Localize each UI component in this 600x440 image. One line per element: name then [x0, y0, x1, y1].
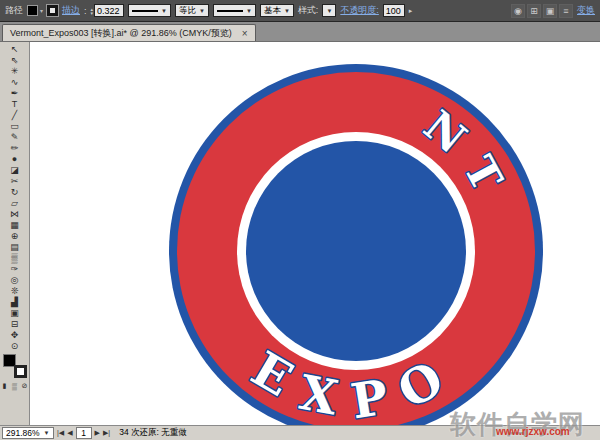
last-artboard-button[interactable]: ▶|	[103, 429, 110, 437]
next-artboard-button[interactable]: ▶	[95, 429, 100, 437]
toolbar-stroke-swatch[interactable]	[14, 365, 27, 378]
document-tab[interactable]: Vermont_Expos003 [转换].ai* @ 291.86% (CMY…	[2, 24, 256, 41]
status-message: 34 次还原: 无重做	[119, 427, 187, 439]
style-dropdown[interactable]: ▼	[322, 4, 336, 17]
gradient-tool[interactable]: ▒	[2, 252, 28, 263]
expo-logo-artwork[interactable]: NT EXPO	[166, 61, 546, 425]
canvas[interactable]: NT EXPO	[30, 42, 600, 425]
artboard-tool[interactable]: ▣	[2, 307, 28, 318]
isolate-mode-icon[interactable]: ▣	[543, 4, 557, 18]
opacity-flyout-icon[interactable]: ▸	[409, 7, 413, 15]
brush-definition-dropdown[interactable]: 基本 ▼	[260, 4, 294, 17]
chevron-down-icon: ▼	[246, 8, 252, 14]
opacity-value-field[interactable]: 100	[383, 4, 405, 17]
direct-selection-tool[interactable]: ⇖	[2, 54, 28, 65]
stroke-color-swatch[interactable]	[47, 5, 58, 16]
chevron-down-icon: ▼	[284, 8, 290, 14]
zoom-level-dropdown[interactable]: 291.86% ▼	[2, 427, 54, 439]
shape-builder-tool[interactable]: ⊕	[2, 230, 28, 241]
document-tab-title: Vermont_Expos003 [转换].ai* @ 291.86% (CMY…	[10, 27, 232, 40]
rotate-tool[interactable]: ↻	[2, 186, 28, 197]
width-profile-dropdown[interactable]: 等比 ▼	[175, 4, 209, 17]
stroke-colon: :	[84, 6, 87, 16]
stroke-panel-link[interactable]: 描边	[62, 4, 80, 17]
scale-tool[interactable]: ▱	[2, 197, 28, 208]
tools-panel: ↖⇖✳∿✒T╱▭✎✏●◪✂↻▱⋈▦⊕▤▒✑◎❊▟▣⊟✥⊙ ▮▒⊘	[0, 42, 30, 425]
column-graph-tool[interactable]: ▟	[2, 296, 28, 307]
lasso-tool[interactable]: ∿	[2, 76, 28, 87]
document-tab-bar: Vermont_Expos003 [转换].ai* @ 291.86% (CMY…	[0, 22, 600, 42]
scissors-tool[interactable]: ✂	[2, 175, 28, 186]
main-region: ↖⇖✳∿✒T╱▭✎✏●◪✂↻▱⋈▦⊕▤▒✑◎❊▟▣⊟✥⊙ ▮▒⊘ NT	[0, 42, 600, 425]
recolor-artwork-icon[interactable]: ◉	[511, 4, 525, 18]
symbol-sprayer-tool[interactable]: ❊	[2, 285, 28, 296]
slice-tool[interactable]: ⊟	[2, 318, 28, 329]
chevron-down-icon: ▼	[44, 430, 50, 436]
mesh-tool[interactable]: ▤	[2, 241, 28, 252]
blend-tool[interactable]: ◎	[2, 274, 28, 285]
opacity-link[interactable]: 不透明度:	[340, 4, 379, 17]
magic-wand-tool[interactable]: ✳	[2, 65, 28, 76]
gradient-button[interactable]: ▒	[10, 381, 19, 391]
stroke-style-dropdown[interactable]: ▼	[128, 4, 171, 17]
close-icon[interactable]: ×	[242, 28, 248, 39]
fill-stroke-indicator[interactable]	[3, 354, 27, 378]
selection-tool[interactable]: ↖	[2, 43, 28, 54]
chevron-down-icon: ▼	[199, 8, 205, 14]
fill-swatch-caret-icon: ▾	[40, 7, 43, 14]
selection-type-label: 路径	[5, 4, 23, 17]
stepper-arrows-icon[interactable]: ▴▾	[91, 7, 94, 15]
panel-menu-icon[interactable]: ≡	[559, 4, 573, 18]
zoom-level-value: 291.86%	[6, 428, 40, 438]
status-bar: 291.86% ▼ |◀ ◀ 1 ▶ ▶| 34 次还原: 无重做	[0, 425, 600, 440]
eyedropper-tool[interactable]: ✑	[2, 263, 28, 274]
control-bar-icons: ◉⊞▣≡	[509, 4, 573, 18]
first-artboard-button[interactable]: |◀	[57, 429, 64, 437]
hand-tool[interactable]: ✥	[2, 329, 28, 340]
chevron-down-icon: ▼	[161, 8, 167, 14]
pencil-tool[interactable]: ✏	[2, 142, 28, 153]
brush-stroke-dropdown[interactable]: ▼	[213, 4, 256, 17]
color-fill-button[interactable]: ▮	[0, 381, 9, 391]
prev-artboard-button[interactable]: ◀	[67, 429, 72, 437]
style-label: 样式:	[298, 4, 319, 17]
blob-brush-tool[interactable]: ●	[2, 153, 28, 164]
line-preview-icon	[132, 10, 158, 12]
paintbrush-tool[interactable]: ✎	[2, 131, 28, 142]
stroke-weight-value[interactable]: 0.322	[94, 4, 124, 17]
eraser-tool[interactable]: ◪	[2, 164, 28, 175]
type-tool[interactable]: T	[2, 98, 28, 109]
width-profile-label: 等比	[179, 5, 196, 17]
chevron-down-icon: ▼	[326, 8, 332, 14]
illustrator-window: 路径 ▾ 描边 : ▴▾ 0.322 ▼ 等比 ▼ ▼ 基本 ▼ 样式: ▼ 不…	[0, 0, 600, 440]
free-transform-tool[interactable]: ▦	[2, 219, 28, 230]
width-tool[interactable]: ⋈	[2, 208, 28, 219]
align-panel-icon[interactable]: ⊞	[527, 4, 541, 18]
none-button[interactable]: ⊘	[20, 381, 29, 391]
transform-link[interactable]: 变换	[577, 4, 595, 17]
rectangle-tool[interactable]: ▭	[2, 120, 28, 131]
line-segment-tool[interactable]: ╱	[2, 109, 28, 120]
stroke-weight-stepper[interactable]: ▴▾ 0.322	[91, 4, 125, 17]
logo-inner-circle[interactable]	[246, 141, 466, 361]
tools-column: ↖⇖✳∿✒T╱▭✎✏●◪✂↻▱⋈▦⊕▤▒✑◎❊▟▣⊟✥⊙	[2, 43, 28, 351]
pen-tool[interactable]: ✒	[2, 87, 28, 98]
line-preview-icon	[217, 10, 243, 12]
brush-definition-label: 基本	[264, 5, 281, 17]
zoom-tool[interactable]: ⊙	[2, 340, 28, 351]
color-mode-buttons: ▮▒⊘	[0, 381, 29, 391]
artboard-number-field[interactable]: 1	[76, 427, 92, 439]
fill-color-swatch[interactable]	[27, 5, 38, 16]
control-bar: 路径 ▾ 描边 : ▴▾ 0.322 ▼ 等比 ▼ ▼ 基本 ▼ 样式: ▼ 不…	[0, 0, 600, 22]
